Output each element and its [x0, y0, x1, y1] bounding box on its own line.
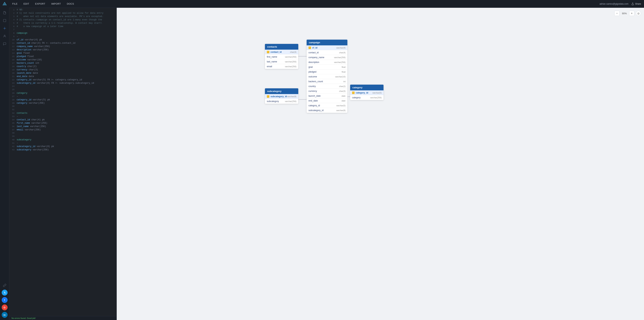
row-field-name: first_name: [267, 55, 277, 58]
code-line: 35first_name varchar(256): [9, 122, 116, 125]
code-line: 7: [9, 28, 116, 32]
pk-icon: 🔑: [267, 51, 270, 53]
line-content: -: [17, 115, 115, 118]
sidebar-file-icon[interactable]: [1, 9, 8, 16]
line-number: 21: [11, 75, 17, 78]
twitter-icon[interactable]: 𝕏: [2, 290, 8, 296]
sidebar-chat-icon[interactable]: [1, 40, 8, 47]
code-line: 3# when not all data elements are availa…: [9, 15, 116, 18]
code-line: 28category_id varchar(5) pk: [9, 98, 116, 102]
line-number: 24: [11, 85, 17, 87]
line-content: currency char(3): [17, 68, 115, 71]
code-line: 30: [9, 105, 116, 108]
linkedin-icon[interactable]: in: [2, 312, 8, 318]
code-line: 27-: [9, 95, 116, 98]
code-line: 23subcategory_id varchar(8) FK >- subcat…: [9, 82, 116, 85]
app-logo[interactable]: [0, 0, 9, 8]
line-content: subcategory: [17, 139, 115, 141]
line-number: 27: [11, 95, 17, 98]
line-number: 2: [11, 12, 17, 14]
row-field-name: description: [308, 61, 319, 63]
line-number: 43: [11, 149, 17, 151]
pk-icon: 🔑: [267, 95, 270, 98]
code-line: 16outcome varchar(10): [9, 58, 116, 62]
line-content: launch_date date: [17, 72, 115, 74]
table-campaign-row-3: description varchar(256): [306, 60, 348, 65]
table-campaign-header: campaign: [306, 40, 348, 45]
line-number: 35: [11, 122, 17, 124]
code-line: 36last_name varchar(256): [9, 125, 116, 128]
code-line: 34contact_id char(4) pk: [9, 118, 116, 122]
line-number: 33: [11, 115, 17, 118]
nav-file[interactable]: FILE: [9, 0, 20, 8]
line-number: 37: [11, 129, 17, 131]
line-number: 15: [11, 55, 17, 58]
sidebar-diagram-icon[interactable]: [1, 25, 8, 32]
line-number: 12: [11, 45, 17, 48]
code-editor[interactable]: 1# NB:2# 1) not null constraints are not…: [9, 8, 116, 316]
code-line: 9-: [9, 35, 116, 38]
line-content: last_name varchar(256): [17, 125, 115, 128]
diagram-controls: − 90% + ◎: [614, 11, 641, 16]
row-field-type: date: [342, 95, 346, 97]
line-content: first_name varchar(256): [17, 122, 115, 124]
nav-edit[interactable]: EDIT: [20, 0, 32, 8]
svg-point-4: [4, 28, 5, 29]
line-content: end_date date: [17, 75, 115, 78]
nav-export[interactable]: EXPORT: [32, 0, 48, 8]
line-number: 41: [11, 142, 17, 144]
line-number: 42: [11, 145, 17, 148]
row-field-type: char(3): [339, 90, 346, 92]
line-content: -: [17, 35, 115, 38]
row-field-type: varchar(256): [285, 60, 296, 63]
table-campaign-row-4: goal float: [306, 65, 348, 69]
line-number: 26: [11, 92, 17, 94]
row-field-type: varchar(5): [336, 104, 346, 107]
code-line: 31: [9, 108, 116, 112]
row-field-name: backers_count: [308, 80, 323, 83]
google-icon[interactable]: G: [2, 305, 8, 310]
zoom-in-button[interactable]: +: [629, 11, 634, 16]
table-contacts-row-1: first_name varchar(256): [265, 54, 298, 59]
table-campaign-row-0: 🔑 cf_id varchar(4): [306, 45, 348, 50]
nav-import[interactable]: IMPORT: [48, 0, 64, 8]
sidebar-link-icon[interactable]: [1, 282, 8, 289]
zoom-out-button[interactable]: −: [614, 11, 620, 16]
nav-menu: FILE EDIT EXPORT IMPORT DOCS: [9, 0, 77, 8]
line-content: # 1) not null constraints are not applie…: [17, 12, 115, 14]
row-field-name: contact_id: [308, 51, 319, 54]
nav-docs[interactable]: DOCS: [64, 0, 77, 8]
code-line: 2# 1) not null constraints are not appli…: [9, 12, 116, 15]
row-field-name: currency: [308, 90, 317, 92]
code-line: 13description varchar(256): [9, 48, 116, 52]
line-number: 34: [11, 119, 17, 121]
table-category-row-1: category varchar(256): [350, 95, 384, 100]
row-field-name: 🔑 category_id: [352, 91, 368, 94]
row-field-type: varchar(256): [285, 56, 296, 58]
line-content: # 2) contacts::campaign on contact_id ar…: [17, 18, 115, 21]
row-field-name: company_name: [308, 56, 324, 59]
row-field-type: char(4): [339, 51, 346, 54]
row-field-name: 🔑 contact_id: [267, 51, 282, 53]
share-button[interactable]: Share: [632, 2, 641, 5]
sidebar-user-icon[interactable]: [1, 32, 8, 40]
line-content: # when not all data elements are availab…: [17, 15, 115, 18]
table-campaign-row-1: contact_id char(4): [306, 50, 348, 55]
table-campaign: campaign 🔑 cf_id varchar(4) contact_id c…: [306, 40, 348, 113]
table-contacts-header: contacts: [265, 44, 298, 50]
code-line: 41-: [9, 142, 116, 145]
line-number: 13: [11, 49, 17, 51]
code-line: 1# NB:: [9, 8, 116, 12]
line-content: subcategory varchar(256): [17, 149, 115, 151]
row-field-type: varchar(8): [287, 95, 296, 98]
facebook-icon[interactable]: f: [2, 297, 8, 303]
fit-view-button[interactable]: ◎: [636, 11, 641, 16]
line-content: category: [17, 92, 115, 94]
line-number: 6: [11, 25, 17, 27]
code-line: 17backers_count int: [9, 62, 116, 65]
table-subcategory-row-0: 🔑 subcategory_id varchar(8): [265, 94, 298, 99]
table-category-header: category: [350, 85, 384, 90]
line-content: description varchar(256): [17, 48, 115, 51]
sidebar-layers-icon[interactable]: [1, 17, 8, 24]
line-content: contacts: [17, 112, 115, 114]
